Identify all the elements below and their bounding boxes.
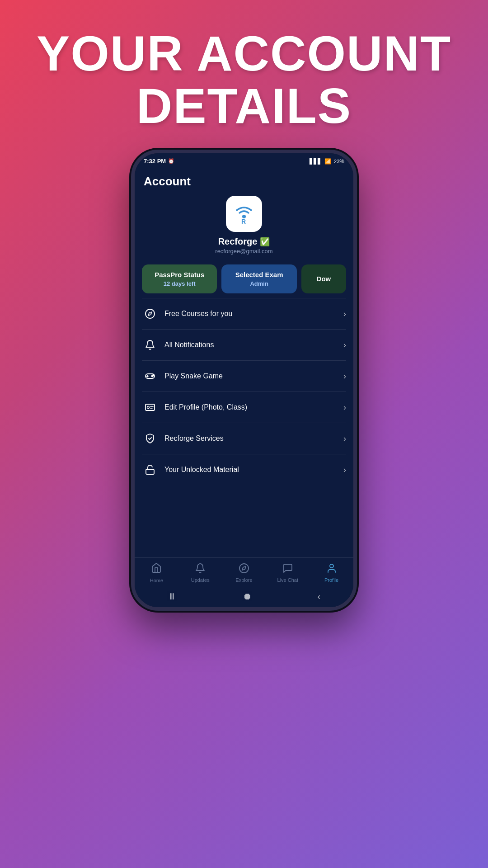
nav-label-live-chat: Live Chat [277, 577, 298, 583]
nav-label-profile: Profile [324, 577, 338, 583]
phone-content: Account R Recforge ✅ recforgee@gmail.co [135, 167, 353, 607]
svg-point-15 [239, 564, 249, 573]
updates-bell-icon [195, 563, 206, 576]
username-row: Recforge ✅ [218, 236, 270, 247]
chevron-right-icon-3: › [343, 403, 346, 412]
nav-label-updates: Updates [191, 577, 210, 583]
status-cards-row: PassPro Status 12 days left Selected Exa… [135, 260, 353, 298]
recforge-logo-icon: R [230, 200, 258, 227]
passpro-card-subtitle: 12 days left [164, 280, 196, 287]
signal-icon: ▋▋▋ [310, 158, 322, 165]
home-circle-icon[interactable]: ⏺ [243, 591, 252, 602]
svg-text:R: R [241, 218, 246, 225]
svg-marker-16 [242, 566, 246, 570]
nav-item-updates[interactable]: Updates [184, 563, 216, 583]
status-time: 7:32 PM [144, 158, 166, 165]
wifi-status-icon: 📶 [324, 158, 331, 165]
nav-label-explore: Explore [235, 577, 252, 583]
menu-item-edit-profile[interactable]: Edit Profile (Photo, Class) › [142, 392, 346, 423]
chevron-right-icon-4: › [343, 434, 346, 443]
svg-point-11 [147, 406, 150, 409]
home-icon [151, 562, 162, 576]
nav-label-home: Home [150, 578, 163, 583]
verified-badge-icon: ✅ [260, 237, 270, 247]
menu-item-all-notifications[interactable]: All Notifications › [142, 330, 346, 361]
menu-label-edit-profile: Edit Profile (Photo, Class) [164, 403, 343, 411]
id-card-icon [142, 399, 158, 415]
menu-item-free-courses[interactable]: Free Courses for you › [142, 298, 346, 330]
svg-point-7 [153, 375, 154, 376]
nav-item-live-chat[interactable]: Live Chat [272, 563, 304, 583]
lock-open-icon [142, 462, 158, 478]
user-email: recforgee@gmail.com [215, 248, 272, 255]
explore-compass-icon [239, 563, 249, 576]
username-text: Recforge [218, 236, 258, 247]
exam-card-subtitle: Admin [250, 280, 268, 287]
chevron-right-icon-1: › [343, 340, 346, 350]
menu-label-recforge-services: Recforge Services [164, 434, 343, 443]
pause-icon: ⏸ [168, 591, 177, 602]
exam-card[interactable]: Selected Exam Admin [221, 264, 296, 293]
account-header: Account [135, 167, 353, 189]
menu-label-unlocked-material: Your Unlocked Material [164, 466, 343, 474]
svg-marker-4 [148, 312, 152, 316]
profile-section: R Recforge ✅ recforgee@gmail.com [135, 189, 353, 260]
download-card[interactable]: Dow [301, 264, 346, 293]
chat-icon [282, 563, 293, 576]
back-icon[interactable]: ‹ [317, 591, 320, 602]
svg-point-17 [330, 564, 333, 568]
menu-label-free-courses: Free Courses for you [164, 310, 343, 318]
compass-icon [142, 306, 158, 322]
phone-mockup: 7:32 PM ⏰ ▋▋▋ 📶 23% Account [131, 150, 357, 611]
chevron-right-icon-0: › [343, 309, 346, 319]
chevron-right-icon-5: › [343, 465, 346, 475]
nav-item-explore[interactable]: Explore [228, 563, 260, 583]
profile-person-icon [326, 563, 337, 576]
app-icon: R [226, 196, 262, 232]
chevron-right-icon-2: › [343, 372, 346, 381]
page-heading: YOUR ACCOUNT DETAILS [37, 27, 451, 132]
svg-rect-14 [146, 469, 154, 474]
menu-label-all-notifications: All Notifications [164, 341, 343, 349]
alarm-icon: ⏰ [168, 158, 174, 164]
bottom-nav: Home Updates Explore [135, 557, 353, 587]
passpro-card[interactable]: PassPro Status 12 days left [142, 264, 217, 293]
nav-item-home[interactable]: Home [141, 562, 172, 583]
account-title: Account [144, 175, 344, 189]
nav-item-profile[interactable]: Profile [316, 563, 347, 583]
menu-item-unlocked-material[interactable]: Your Unlocked Material › [142, 454, 346, 485]
menu-list: Free Courses for you › All Notifications… [135, 298, 353, 557]
status-bar: 7:32 PM ⏰ ▋▋▋ 📶 23% [135, 153, 353, 167]
gamepad-icon [142, 368, 158, 384]
download-card-title: Dow [317, 275, 331, 283]
menu-item-recforge-services[interactable]: Recforge Services › [142, 423, 346, 454]
battery-icon: 23% [334, 158, 344, 165]
phone-system-nav: ⏸ ⏺ ‹ [135, 587, 353, 607]
passpro-card-title: PassPro Status [155, 271, 204, 279]
shield-icon [142, 430, 158, 447]
menu-label-play-snake: Play Snake Game [164, 372, 343, 380]
bell-icon [142, 337, 158, 353]
exam-card-title: Selected Exam [235, 271, 283, 279]
menu-item-play-snake[interactable]: Play Snake Game › [142, 361, 346, 392]
